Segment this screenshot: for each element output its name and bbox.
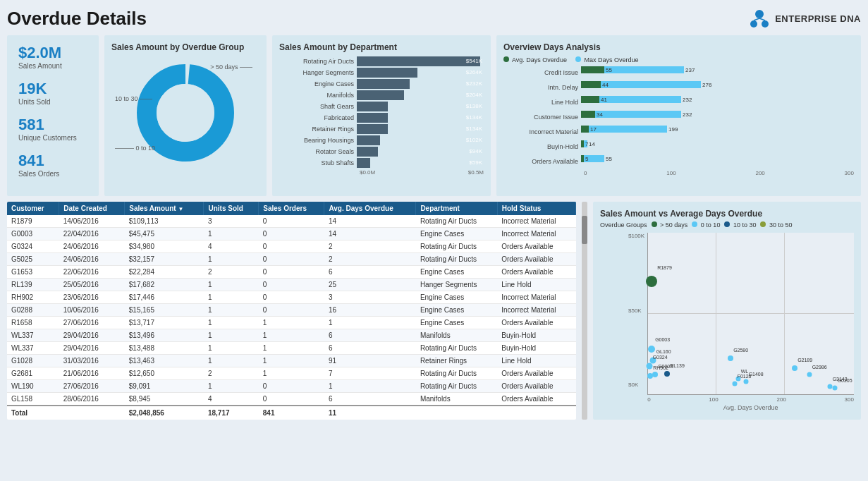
table-cell: Orders Available: [497, 367, 575, 380]
scatter-area: R1879G0003GL160G0324RL139G0003RH902G2580…: [647, 233, 854, 395]
table-cell: 3: [204, 215, 259, 228]
scatter-point[interactable]: [792, 365, 797, 371]
scatter-point[interactable]: [733, 382, 738, 386]
table-panel: Customer Date Created Sales Amount ▼ Uni…: [7, 202, 576, 420]
table-cell: Orders Available: [497, 393, 575, 406]
ov-max-val: 232: [683, 111, 692, 118]
table-cell: 1: [204, 317, 259, 329]
svg-point-8: [157, 84, 214, 142]
table-row: G000322/04/2016$45,4751014Engine CasesIn…: [7, 228, 576, 240]
sort-icon[interactable]: ▼: [178, 206, 183, 212]
scatter-point[interactable]: [828, 384, 833, 389]
scroll-bar[interactable]: [582, 202, 587, 420]
table-cell: RL139: [7, 279, 59, 291]
table-cell: $17,682: [125, 279, 204, 291]
table-row: RL13925/05/2016$17,6821025Hanger Segment…: [7, 279, 576, 291]
svg-line-4: [759, 18, 765, 20]
table-cell: 2: [324, 240, 416, 253]
table-cell: 6: [324, 342, 416, 355]
scatter-grid-v-200: [784, 233, 785, 394]
dept-label: Engine Cases: [279, 80, 357, 87]
table-cell: WL337: [7, 329, 59, 342]
table-cell: 1: [324, 380, 416, 393]
dept-label: Retainer Rings: [279, 126, 357, 133]
scatter-point-label: GL160: [656, 349, 671, 354]
scatter-point[interactable]: [647, 373, 653, 379]
kpi-customers: 581 Unique Customers: [18, 116, 87, 142]
kpi-units-label: Units Sold: [18, 98, 87, 106]
dept-bar-wrap: $232K: [357, 79, 484, 89]
table-cell: 1: [204, 279, 259, 291]
scatter-point[interactable]: [728, 355, 733, 361]
col-units-sold: Units Sold: [204, 202, 259, 215]
ov-row-bars: 55 237: [581, 66, 854, 79]
table-cell: 16: [324, 304, 416, 317]
dept-bar-value: $94K: [469, 148, 482, 154]
dept-bar-row: Bearing Housings $102K: [279, 135, 484, 145]
scroll-thumb[interactable]: [582, 216, 587, 244]
dept-bar-row: Manifolds $204K: [279, 90, 484, 100]
ov-bar-avg: [581, 66, 604, 73]
donut-chart-panel: Sales Amount by Overdue Group > 50 days …: [104, 35, 267, 196]
max-days-dot: [575, 56, 581, 62]
scatter-point[interactable]: [664, 371, 670, 377]
table-cell: $17,446: [125, 291, 204, 304]
ov-bar-row: Credit Issue 55 237: [503, 66, 854, 79]
scatter-point[interactable]: [646, 276, 657, 287]
dept-label: Shaft Gears: [279, 103, 357, 110]
svg-point-2: [762, 20, 769, 28]
scatter-point[interactable]: [652, 372, 658, 377]
scatter-point[interactable]: [647, 363, 653, 370]
scatter-panel: Sales Amount vs Average Days Overdue Ove…: [593, 202, 861, 420]
table-cell: 25/05/2016: [59, 279, 125, 291]
dept-bar-row: Hanger Segments $264K: [279, 68, 484, 78]
total-label: Total: [7, 406, 59, 420]
ov-bar-avg: [581, 126, 589, 133]
table-cell: 1: [259, 355, 324, 367]
scatter-grid-v-100: [716, 233, 716, 394]
table-cell: $13,717: [125, 317, 204, 329]
table-row: G502524/06/2016$32,157102Rotating Air Du…: [7, 253, 576, 266]
dept-bar-value: $59K: [469, 159, 482, 166]
scatter-y-axis: $100K $50K $0K: [628, 233, 647, 388]
dept-bar-value: $541K: [466, 58, 482, 64]
scatter-point[interactable]: [648, 346, 655, 353]
table-cell: 25: [324, 279, 416, 291]
table-cell: 0: [259, 253, 324, 266]
table-cell: 14: [324, 228, 416, 240]
dept-bar: $541K: [357, 56, 480, 66]
ov-bar-avg: [581, 111, 595, 118]
dept-bar: $204K: [357, 90, 404, 100]
scatter-wrapper: $100K $50K $0K R1879G0003GL160G0324RL139…: [600, 233, 854, 411]
scatter-point-label: RH902: [653, 365, 668, 370]
ov-row-label: Orders Available: [503, 158, 581, 165]
dept-bar-value: $204K: [466, 92, 482, 98]
table-cell: 1: [204, 291, 259, 304]
table-cell: Orders Available: [497, 266, 575, 279]
dept-bar-wrap: $134K: [357, 124, 484, 134]
table-cell: Rotating Air Ducts: [416, 240, 497, 253]
table-cell: $13,488: [125, 342, 204, 355]
ov-legend-avg: Avg. Days Overdue: [503, 56, 567, 63]
scatter-point[interactable]: [744, 379, 749, 384]
ov-row-label: Customer Issue: [503, 114, 581, 121]
scatter-point-label: G2189: [797, 358, 812, 363]
table-cell: 23/06/2016: [59, 291, 125, 304]
table-cell: $13,496: [125, 329, 204, 342]
table-cell: Rotating Air Ducts: [416, 253, 497, 266]
ov-avg-val: 5: [585, 156, 588, 162]
table-cell: $9,091: [125, 380, 204, 393]
scatter-0to10-dot: [692, 221, 697, 227]
scatter-point-label: R1879: [657, 265, 672, 270]
overview-bars: Credit Issue 55 237 Intn. Delay 44 276 L…: [503, 66, 854, 168]
scatter-point-label: G0003: [655, 337, 670, 342]
table-row: G102831/03/2016$13,4631191Retainer Rings…: [7, 355, 576, 367]
donut-label-50days: > 50 days ——: [210, 63, 252, 71]
table-body: R187914/06/2016$109,1133014Rotating Air …: [7, 215, 576, 406]
dept-bar: $264K: [357, 68, 417, 78]
table-cell: 1: [204, 304, 259, 317]
table-cell: Engine Cases: [416, 228, 497, 240]
table-row: G165322/06/2016$22,284206Engine CasesOrd…: [7, 266, 576, 279]
scatter-point[interactable]: [833, 386, 838, 391]
scatter-point[interactable]: [807, 372, 812, 377]
